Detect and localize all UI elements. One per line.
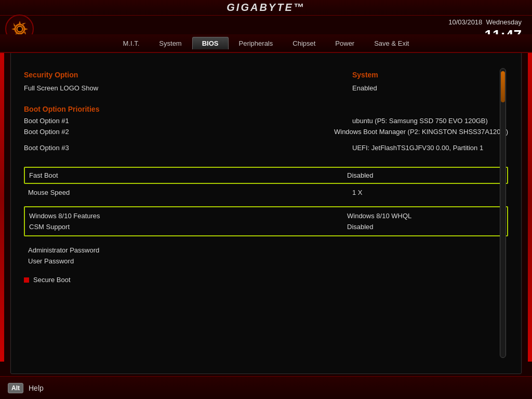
boot-option-2-label: Boot Option #2 — [24, 128, 69, 136]
csm-support-value: Disabled — [347, 223, 503, 231]
spacer-7 — [24, 267, 508, 272]
boot-option-2-row[interactable]: Boot Option #2 Windows Boot Manager (P2:… — [24, 126, 508, 137]
scrollbar[interactable] — [500, 68, 506, 358]
fast-boot-value: Disabled — [347, 171, 503, 179]
full-screen-logo-row[interactable]: Full Screen LOGO Show Enabled — [24, 83, 508, 94]
help-label: Help — [29, 384, 44, 392]
secure-boot-label: Secure Boot — [33, 276, 71, 284]
nav-item-peripherals[interactable]: Peripherals — [230, 37, 283, 49]
mouse-speed-label: Mouse Speed — [28, 189, 70, 196]
svg-point-2 — [17, 26, 22, 32]
security-header-row: Security Option System — [24, 63, 508, 83]
nav-item-system[interactable]: System — [150, 37, 191, 49]
spacer-5 — [24, 198, 508, 203]
boot-option-3-label: Boot Option #3 — [24, 144, 69, 152]
boot-priorities-header: Boot Option Priorities — [24, 105, 508, 113]
spacer-1 — [24, 94, 508, 99]
spacer-3 — [24, 153, 508, 158]
accent-bar-left — [0, 34, 4, 362]
boot-option-1-value: ubuntu (P5: Samsung SSD 750 EVO 120GB) — [352, 117, 508, 125]
user-password-row[interactable]: User Password — [24, 256, 508, 267]
windows-features-value: Windows 8/10 WHQL — [347, 212, 503, 220]
boot-option-2-value: Windows Boot Manager (P2: KINGSTON SHSS3… — [334, 128, 508, 136]
mouse-speed-value: 1 X — [352, 189, 508, 196]
fast-boot-label: Fast Boot — [29, 171, 58, 179]
spacer-4 — [24, 158, 508, 164]
alt-key-badge: Alt — [8, 383, 23, 393]
boot-option-1-row[interactable]: Boot Option #1 ubuntu (P5: Samsung SSD 7… — [24, 115, 508, 126]
nav-bar: M.I.T. System BIOS Peripherals Chipset P… — [0, 34, 532, 53]
secure-boot-bullet — [24, 277, 29, 283]
scrollbar-thumb[interactable] — [501, 71, 505, 102]
security-option-header: Security Option — [24, 71, 78, 79]
settings-panel: Security Option System Full Screen LOGO … — [24, 63, 508, 363]
windows-features-label: Windows 8/10 Features — [29, 212, 100, 220]
datetime-date: 10/03/2018 Wednesday — [448, 18, 522, 26]
top-bar: GIGABYTE™ — [0, 0, 532, 16]
brand-title: GIGABYTE™ — [227, 2, 305, 14]
admin-password-label: Administrator Password — [28, 246, 99, 254]
spacer-2 — [24, 137, 508, 142]
boot-option-3-value: UEFI: JetFlashTS1GJFV30 0.00, Partition … — [352, 144, 508, 152]
accent-bar-right — [528, 34, 532, 362]
full-screen-logo-label: Full Screen LOGO Show — [24, 84, 98, 92]
full-screen-logo-value: Enabled — [352, 84, 508, 92]
bottom-bar: Alt Help — [0, 376, 532, 399]
nav-item-save-exit[interactable]: Save & Exit — [365, 37, 418, 49]
admin-password-row[interactable]: Administrator Password — [24, 245, 508, 256]
fast-boot-box[interactable]: Fast Boot Disabled — [24, 167, 508, 184]
csm-support-label: CSM Support — [29, 223, 70, 231]
csm-support-row[interactable]: CSM Support Disabled — [29, 221, 503, 232]
security-value-header: System — [352, 71, 508, 79]
boot-option-1-label: Boot Option #1 — [24, 117, 69, 125]
fast-boot-row[interactable]: Fast Boot Disabled — [29, 170, 503, 181]
spacer-6 — [24, 240, 508, 245]
nav-item-bios[interactable]: BIOS — [192, 37, 229, 49]
boot-option-3-row[interactable]: Boot Option #3 UEFI: JetFlashTS1GJFV30 0… — [24, 142, 508, 153]
nav-item-mit[interactable]: M.I.T. — [114, 37, 149, 49]
mouse-speed-row[interactable]: Mouse Speed 1 X — [24, 187, 508, 198]
nav-item-power[interactable]: Power — [326, 37, 364, 49]
main-content-area: Security Option System Full Screen LOGO … — [10, 52, 522, 374]
windows-features-box[interactable]: Windows 8/10 Features Windows 8/10 WHQL … — [24, 206, 508, 236]
nav-item-chipset[interactable]: Chipset — [283, 37, 325, 49]
user-password-label: User Password — [28, 257, 74, 265]
secure-boot-row[interactable]: Secure Boot — [24, 276, 508, 284]
windows-features-row[interactable]: Windows 8/10 Features Windows 8/10 WHQL — [29, 210, 503, 221]
